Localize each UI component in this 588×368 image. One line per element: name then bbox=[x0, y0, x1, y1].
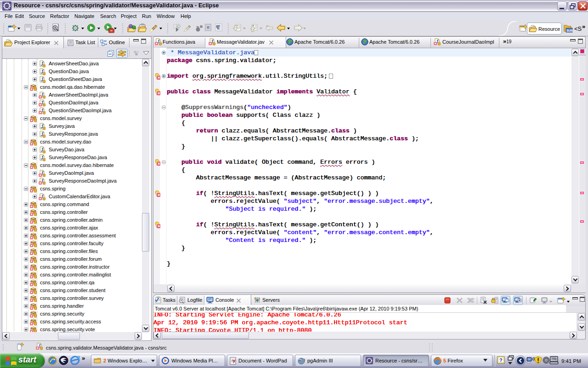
svg-text:SUN: SUN bbox=[566, 29, 573, 32]
svg-text:?: ? bbox=[499, 357, 503, 363]
svg-text:C: C bbox=[177, 24, 180, 29]
